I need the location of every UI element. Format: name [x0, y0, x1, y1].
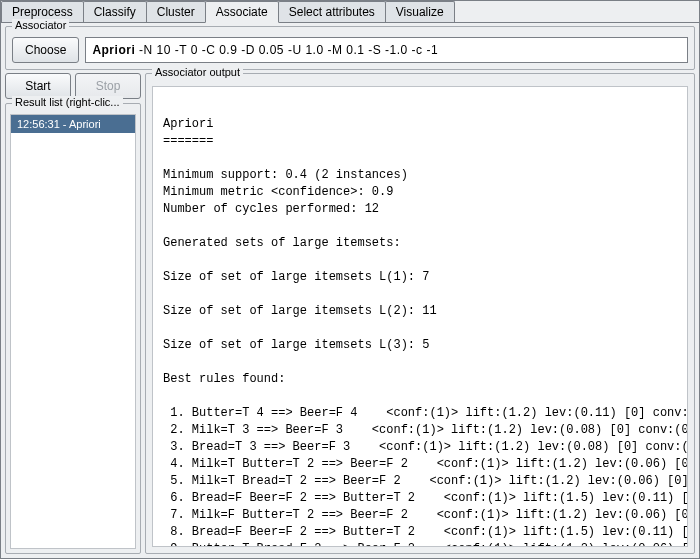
associator-output-panel: Associator output Apriori ======= Minimu… — [145, 73, 695, 554]
associator-algorithm-args: -N 10 -T 0 -C 0.9 -D 0.05 -U 1.0 -M 0.1 … — [135, 43, 438, 57]
result-list-panel: Result list (right-clic... 12:56:31 - Ap… — [5, 103, 141, 554]
tab-associate[interactable]: Associate — [205, 1, 279, 23]
tab-classify[interactable]: Classify — [83, 1, 147, 22]
associator-output-panel-label: Associator output — [152, 66, 243, 78]
tab-cluster[interactable]: Cluster — [146, 1, 206, 22]
result-list[interactable]: 12:56:31 - Apriori — [10, 114, 136, 549]
result-list-panel-label: Result list (right-clic... — [12, 96, 123, 108]
left-column: Start Stop Result list (right-clic... 12… — [5, 73, 141, 554]
main-area: Start Stop Result list (right-clic... 12… — [5, 73, 695, 554]
tab-visualize[interactable]: Visualize — [385, 1, 455, 22]
choose-button[interactable]: Choose — [12, 37, 79, 63]
associator-panel-label: Associator — [12, 19, 69, 31]
associator-algorithm-name: Apriori — [92, 43, 135, 57]
tab-select-attributes[interactable]: Select attributes — [278, 1, 386, 22]
associator-choose-row: Choose Apriori -N 10 -T 0 -C 0.9 -D 0.05… — [12, 37, 688, 63]
app-window: Preprocess Classify Cluster Associate Se… — [0, 0, 700, 559]
main-tabs: Preprocess Classify Cluster Associate Se… — [1, 1, 699, 23]
associator-panel: Associator Choose Apriori -N 10 -T 0 -C … — [5, 26, 695, 70]
associator-command-input[interactable]: Apriori -N 10 -T 0 -C 0.9 -D 0.05 -U 1.0… — [85, 37, 688, 63]
associator-output-text[interactable]: Apriori ======= Minimum support: 0.4 (2 … — [152, 86, 688, 547]
result-list-item[interactable]: 12:56:31 - Apriori — [11, 115, 135, 133]
